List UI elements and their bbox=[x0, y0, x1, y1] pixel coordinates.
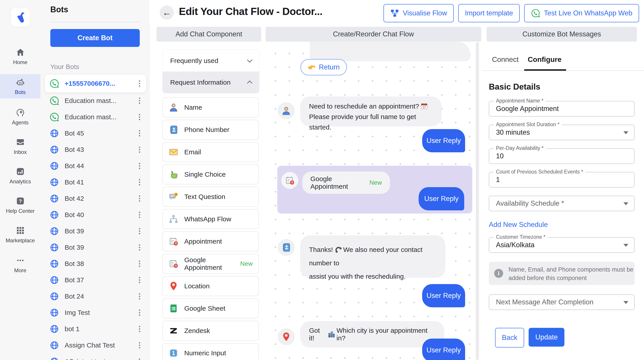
bot-list-item[interactable]: +15557006670... bbox=[45, 75, 146, 92]
bot-list-item[interactable]: Education mast... bbox=[45, 92, 146, 109]
component-item-zendesk[interactable]: Zendesk bbox=[162, 321, 259, 341]
bot-menu-button[interactable] bbox=[138, 341, 142, 350]
bot-list-item[interactable]: Bot 42 bbox=[45, 190, 146, 206]
bot-menu-button[interactable] bbox=[138, 129, 142, 138]
bot-menu-button[interactable] bbox=[138, 145, 142, 154]
page-title: Edit Your Chat Flow - Doctor... bbox=[179, 5, 322, 17]
component-item-email[interactable]: Email bbox=[162, 142, 259, 162]
accordion-request-information[interactable]: Request Information bbox=[162, 71, 259, 93]
whatsapp-icon bbox=[50, 112, 59, 122]
bot-list-item[interactable]: Bot 37 bbox=[45, 272, 146, 288]
bot-menu-button[interactable] bbox=[138, 292, 142, 301]
component-item-whatsapp-flow[interactable]: WhatsApp Flow bbox=[162, 209, 259, 229]
slot-duration-select[interactable]: Appointment Slot Duration * 30 minutes bbox=[489, 125, 634, 140]
bot-menu-button[interactable] bbox=[138, 227, 142, 236]
bot-menu-button[interactable] bbox=[138, 194, 142, 203]
component-item-location[interactable]: Location bbox=[162, 276, 259, 296]
whatsapp-icon bbox=[50, 79, 59, 88]
component-label: Numeric Input bbox=[184, 349, 226, 357]
brand-logo[interactable] bbox=[11, 8, 30, 27]
user-reply-pill[interactable]: User Reply bbox=[422, 129, 465, 152]
bot-list-item[interactable]: ASsistant test bbox=[45, 353, 146, 360]
user-reply-pill[interactable]: User Reply bbox=[422, 339, 465, 360]
customer-timezone-select[interactable]: Customer Timezone * Asia/Kolkata bbox=[489, 237, 634, 253]
bot-list-item[interactable]: Bot 41 bbox=[45, 174, 146, 190]
bot-menu-button[interactable] bbox=[138, 210, 142, 219]
tab-connect[interactable]: Connect bbox=[492, 55, 518, 64]
component-item-name[interactable]: Name bbox=[162, 97, 259, 118]
component-item-numeric-input[interactable]: Numeric Input bbox=[162, 343, 259, 360]
per-day-availability-field[interactable]: Per-Day Availability * 10 bbox=[489, 148, 634, 164]
next-message-select[interactable]: Next Message After Completion bbox=[489, 294, 634, 310]
bot-menu-button[interactable] bbox=[138, 325, 142, 334]
bot-name: bot 1 bbox=[64, 325, 132, 333]
contact-book-icon bbox=[281, 242, 291, 252]
inbox-icon bbox=[16, 137, 25, 147]
component-item-single-choice[interactable]: Single Choice bbox=[162, 164, 259, 184]
update-button[interactable]: Update bbox=[528, 328, 564, 347]
bot-name: Bot 43 bbox=[64, 146, 132, 154]
back-arrow-button[interactable]: ← bbox=[160, 5, 174, 20]
bot-menu-button[interactable] bbox=[138, 178, 142, 187]
sidebar-item-bots[interactable]: Bots bbox=[0, 74, 40, 98]
bot-message-city-request[interactable]: Got it!Which city is your appointment in… bbox=[300, 321, 444, 348]
sidebar-item-agents[interactable]: Agents bbox=[0, 105, 40, 129]
bot-menu-button[interactable] bbox=[138, 243, 142, 252]
import-template-button[interactable]: Import template bbox=[458, 4, 520, 22]
bot-list-item[interactable]: Bot 43 bbox=[45, 141, 146, 158]
return-button[interactable]: Return bbox=[300, 59, 347, 75]
sidebar-item-marketplace[interactable]: Marketplace bbox=[0, 222, 40, 247]
bot-menu-button[interactable] bbox=[138, 96, 142, 105]
tab-configure[interactable]: Configure bbox=[528, 55, 562, 64]
google-appointment-bubble[interactable]: Google Appointment New bbox=[302, 172, 390, 194]
appointment-name-field[interactable]: Appointment Name * Google Appointment bbox=[489, 101, 634, 117]
message-text: assist you with the rescheduling. bbox=[309, 270, 436, 283]
bot-menu-button[interactable] bbox=[138, 113, 142, 122]
bot-menu-button[interactable] bbox=[138, 162, 142, 171]
add-new-schedule-link[interactable]: Add New Schedule bbox=[489, 221, 548, 229]
sidebar-item-more[interactable]: More bbox=[0, 252, 40, 277]
flow-scrollbar[interactable] bbox=[476, 42, 479, 360]
component-item-phone-number[interactable]: Phone Number bbox=[162, 120, 259, 140]
field-label: Count of Previous Scheduled Events * bbox=[494, 169, 586, 175]
create-bot-button[interactable]: Create Bot bbox=[50, 29, 140, 47]
bot-list-item[interactable]: Img Test bbox=[45, 304, 146, 321]
bot-message-name-request[interactable]: Need to reschedule an appointment? Pleas… bbox=[300, 96, 442, 126]
bot-list-item[interactable]: Education mast... bbox=[45, 109, 146, 125]
user-reply-pill[interactable]: User Reply bbox=[418, 187, 464, 210]
bot-menu-button[interactable] bbox=[138, 259, 142, 268]
test-live-whatsapp-button[interactable]: Test Live On WhatsApp Web bbox=[524, 4, 639, 22]
bot-menu-button[interactable] bbox=[138, 79, 142, 88]
back-button[interactable]: Back bbox=[495, 328, 524, 348]
bot-list-item[interactable]: Bot 38 bbox=[45, 255, 146, 272]
bot-list-item[interactable]: Bot 44 bbox=[45, 158, 146, 174]
sidebar-item-help-center[interactable]: Help Center bbox=[0, 193, 40, 217]
selected-google-appointment-block[interactable]: Google Appointment New User Reply bbox=[277, 166, 472, 213]
flow-canvas[interactable]: Return Need to reschedule an appointment… bbox=[265, 41, 482, 360]
globe-icon bbox=[50, 308, 59, 318]
component-label: Google Appointment bbox=[184, 256, 234, 271]
sidebar-item-home[interactable]: Home bbox=[0, 44, 40, 69]
component-item-appointment[interactable]: Appointment bbox=[162, 231, 259, 251]
bot-list-item[interactable]: Bot 45 bbox=[45, 125, 146, 141]
component-item-google-appointment[interactable]: Google Appointment New bbox=[162, 254, 259, 274]
bot-menu-button[interactable] bbox=[138, 276, 142, 285]
accordion-frequently-used[interactable]: Frequently used bbox=[162, 50, 259, 71]
bot-list-item[interactable]: Bot 40 bbox=[45, 206, 146, 223]
visualise-flow-button[interactable]: Visualise Flow bbox=[384, 4, 454, 22]
sidebar-item-analytics[interactable]: Analytics bbox=[0, 164, 40, 188]
bot-list-item[interactable]: Bot 39 bbox=[45, 223, 146, 239]
bot-list-item[interactable]: Bot 24 bbox=[45, 288, 146, 304]
bot-list-item[interactable]: Bot 39 bbox=[45, 239, 146, 255]
availability-schedule-select[interactable]: Availability Schedule * bbox=[489, 196, 634, 211]
bot-list-item[interactable]: Assign Chat Test bbox=[45, 337, 146, 353]
count-previous-events-field[interactable]: Count of Previous Scheduled Events * 1 bbox=[489, 172, 634, 187]
sidebar-item-inbox[interactable]: Inbox bbox=[0, 134, 40, 158]
bot-menu-button[interactable] bbox=[138, 308, 142, 317]
bot-menu-button[interactable] bbox=[138, 357, 142, 360]
bot-list-item[interactable]: bot 1 bbox=[45, 321, 146, 337]
user-reply-pill[interactable]: User Reply bbox=[422, 284, 465, 307]
component-item-text-question[interactable]: Text Question bbox=[162, 187, 259, 207]
component-item-google-sheet[interactable]: Google Sheet bbox=[162, 298, 259, 319]
bot-message-phone-request[interactable]: Thanks!We also need your contact number … bbox=[300, 235, 446, 278]
